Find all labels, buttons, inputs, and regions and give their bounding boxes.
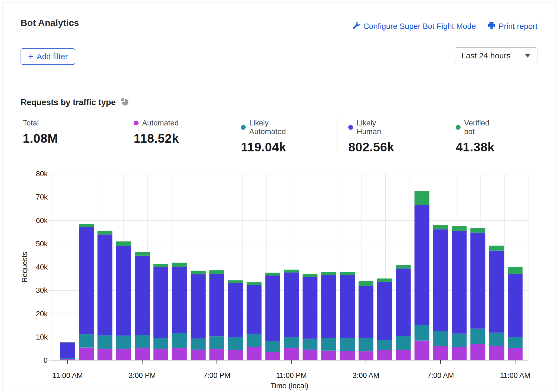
segment-automated [172, 348, 187, 360]
bar-10-00-am[interactable] [489, 246, 504, 360]
bar-2-00-am[interactable] [340, 272, 355, 360]
bar-2-00-pm[interactable] [116, 241, 131, 360]
bar-7-00-pm[interactable] [209, 270, 224, 360]
segment-automated [79, 348, 94, 360]
bar-4-00-am[interactable] [377, 278, 392, 360]
x-tick-label: 11:00 AM [500, 371, 530, 380]
segment-verified-bot [247, 282, 262, 285]
y-tick-label: 70k [36, 193, 48, 201]
segment-automated [508, 348, 523, 360]
bar-7-00-am[interactable] [433, 225, 448, 360]
segment-likely-automated [489, 333, 504, 346]
x-tick-label: 3:00 PM [129, 371, 156, 380]
segment-automated [415, 341, 429, 360]
bar-1-00-pm[interactable] [97, 231, 112, 360]
y-axis-title: Requests [21, 252, 29, 283]
segment-verified-bot [172, 263, 187, 267]
segment-verified-bot [116, 241, 131, 246]
segment-automated [470, 344, 485, 360]
segment-automated [433, 346, 448, 360]
segment-verified-bot [60, 342, 75, 343]
segment-likely-automated [172, 333, 187, 348]
segment-likely-human [191, 274, 206, 338]
segment-automated [228, 350, 243, 360]
bar-5-00-am[interactable] [396, 265, 411, 360]
segment-verified-bot [489, 246, 504, 251]
segment-likely-automated [377, 340, 392, 350]
segment-likely-human [247, 285, 262, 334]
segment-verified-bot [377, 278, 392, 282]
x-tick-label: 11:00 PM [276, 371, 307, 380]
segment-automated [191, 350, 206, 360]
bar-12-00-am[interactable] [303, 274, 317, 360]
segment-verified-bot [303, 274, 317, 277]
segment-likely-automated [191, 338, 206, 350]
bar-6-00-am[interactable] [415, 191, 429, 360]
segment-verified-bot [265, 273, 280, 275]
segment-likely-automated [470, 329, 485, 344]
segment-likely-human [284, 273, 299, 337]
segment-likely-automated [153, 338, 168, 349]
segment-likely-human [489, 251, 504, 333]
segment-automated [452, 347, 467, 360]
segment-likely-human [340, 275, 355, 338]
segment-likely-automated [415, 325, 429, 341]
bar-4-00-pm[interactable] [153, 264, 168, 360]
segment-likely-human [228, 283, 243, 338]
segment-likely-human [452, 231, 467, 333]
segment-verified-bot [209, 270, 224, 274]
segment-verified-bot [396, 265, 411, 268]
segment-likely-automated [228, 337, 243, 350]
bar-3-00-am[interactable] [359, 281, 373, 360]
segment-likely-human [172, 267, 187, 333]
segment-likely-automated [452, 334, 467, 347]
y-tick-label: 40k [36, 263, 48, 271]
segment-verified-bot [153, 264, 168, 267]
segment-verified-bot [135, 252, 150, 256]
segment-likely-automated [396, 336, 411, 350]
segment-verified-bot [452, 226, 467, 231]
bar-11-00-am[interactable] [508, 267, 523, 360]
segment-verified-bot [97, 231, 112, 234]
segment-verified-bot [359, 281, 373, 286]
bar-1-00-am[interactable] [321, 272, 336, 360]
bar-3-00-pm[interactable] [135, 252, 150, 360]
segment-automated [247, 347, 262, 360]
bar-5-00-pm[interactable] [172, 263, 187, 360]
segment-likely-human [97, 234, 112, 335]
bar-8-00-pm[interactable] [228, 280, 243, 360]
segment-verified-bot [433, 225, 448, 229]
segment-likely-human [508, 274, 523, 337]
segment-verified-bot [508, 267, 523, 274]
segment-automated [209, 349, 224, 360]
segment-likely-automated [340, 338, 355, 351]
segment-likely-automated [359, 338, 373, 351]
segment-likely-human [265, 275, 280, 341]
segment-likely-automated [321, 338, 336, 350]
bar-12-00-pm[interactable] [79, 224, 94, 360]
segment-verified-bot [340, 272, 355, 275]
segment-automated [265, 352, 280, 360]
bar-6-00-pm[interactable] [191, 271, 206, 360]
segment-verified-bot [415, 191, 429, 205]
segment-likely-automated [508, 337, 523, 348]
bar-11-00-pm[interactable] [284, 270, 299, 360]
segment-likely-automated [303, 339, 317, 350]
segment-verified-bot [191, 271, 206, 274]
segment-likely-human [153, 267, 168, 338]
x-tick-label: 11:00 AM [52, 371, 83, 380]
bar-8-00-am[interactable] [452, 226, 467, 360]
bar-9-00-am[interactable] [470, 228, 485, 360]
segment-automated [303, 350, 317, 360]
segment-automated [359, 351, 373, 360]
segment-likely-automated [60, 358, 75, 359]
bar-10-00-pm[interactable] [265, 273, 280, 360]
segment-likely-automated [433, 331, 448, 346]
segment-verified-bot [470, 228, 485, 232]
segment-automated [321, 351, 336, 360]
segment-verified-bot [321, 272, 336, 275]
segment-automated [153, 349, 168, 360]
bar-9-00-pm[interactable] [247, 282, 262, 360]
bar-11-00-am[interactable] [60, 342, 75, 360]
segment-likely-automated [116, 335, 131, 349]
